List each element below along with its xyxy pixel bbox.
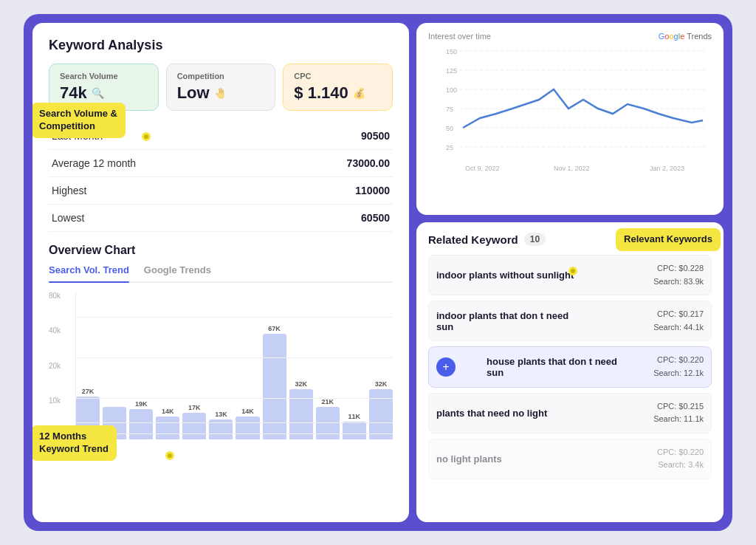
keyword-text: plants that need no light <box>436 408 547 419</box>
bar <box>343 422 366 439</box>
stat-value: 60500 <box>272 205 393 232</box>
keyword-stats: CPC: $0.217Search: 44.1k <box>653 308 704 334</box>
search-vol-value: 74k 🔍 <box>60 83 148 103</box>
keyword-text: house plants that don t need sun <box>487 356 627 378</box>
y-label-10k: 10k <box>49 397 61 405</box>
bar-label-top: 11K <box>348 413 361 420</box>
keyword-text: no light plants <box>436 453 502 465</box>
grid-line-80k <box>75 317 393 318</box>
keyword-item: plants that need no lightCPC: $0.215Sear… <box>428 393 712 433</box>
add-keyword-button[interactable]: + <box>436 357 456 377</box>
bar-group: 13K <box>209 411 233 439</box>
stat-label: Average 12 month <box>49 150 272 177</box>
metric-competition: Competition Low 🤚 <box>166 64 276 111</box>
trends-card: Interest over time Google Trends 150 125… <box>416 23 724 215</box>
y-label-80k: 80k <box>49 292 61 300</box>
keyword-stats: CPC: $0.228Search: 83.9k <box>653 262 704 288</box>
keyword-text: indoor plants that don t need sun <box>436 310 577 332</box>
related-title: Related Keyword <box>428 233 518 246</box>
competition-icon: 🤚 <box>214 87 227 99</box>
bar <box>156 417 179 439</box>
annotation-months-keyword: 12 MonthsKeyword Trend <box>32 425 117 461</box>
stats-table: Last Month90500Average 12 month73000.00H… <box>49 123 393 232</box>
y-label-20k: 20k <box>49 362 61 370</box>
bar-label-top: 13K <box>215 411 227 418</box>
stat-label: Lowest <box>49 205 272 232</box>
bar <box>129 409 153 439</box>
bar <box>263 334 286 439</box>
bars-container: 27K 19K 14K 17K 13K 14K 67K 32K 21K <box>75 292 393 439</box>
tab-search-vol-trend[interactable]: Search Vol. Trend <box>49 264 129 281</box>
bar-group: 14K <box>156 408 179 439</box>
keyword-item[interactable]: +house plants that don t need sunCPC: $0… <box>428 346 712 387</box>
svg-text:75: 75 <box>446 106 453 113</box>
dot-marker-2 <box>165 451 174 460</box>
stat-row: Lowest60500 <box>49 205 393 232</box>
svg-text:Jan 2, 2023: Jan 2, 2023 <box>650 165 684 172</box>
cpc-label: CPC <box>294 72 382 80</box>
stat-row: Highest110000 <box>49 177 393 205</box>
grid-line-10k <box>75 422 393 423</box>
keyword-item: no light plantsCPC: $0.220Search: 3.4k <box>428 439 712 479</box>
stat-value: 90500 <box>272 123 393 150</box>
chart-tabs: Search Vol. Trend Google Trends <box>49 264 393 283</box>
bar <box>182 413 206 439</box>
tab-google-trends[interactable]: Google Trends <box>144 264 211 281</box>
bar-group: 32K <box>369 380 393 439</box>
bar-label-top: 67K <box>268 325 281 332</box>
keyword-item: indoor plants that don t need sunCPC: $0… <box>428 301 712 341</box>
competition-value: Low 🤚 <box>177 83 265 103</box>
related-count: 10 <box>524 233 546 246</box>
right-panel: Relevant Keywords Interest over time Goo… <box>409 23 724 522</box>
trends-header-text: Interest over time <box>428 32 491 41</box>
svg-text:50: 50 <box>446 125 453 132</box>
bar-label-top: 27K <box>82 388 94 395</box>
bar-group: 11K <box>343 413 366 439</box>
svg-text:Nov 1, 2022: Nov 1, 2022 <box>554 165 590 172</box>
search-icon: 🔍 <box>92 87 104 99</box>
left-panel: Search Volume &Competition 12 MonthsKeyw… <box>32 23 409 522</box>
cpc-icon: 💰 <box>353 87 365 99</box>
bar-label-top: 17K <box>188 404 201 411</box>
keyword-stats: CPC: $0.220Search: 3.4k <box>657 446 704 472</box>
overview-chart-title: Overview Chart <box>49 244 393 257</box>
svg-text:150: 150 <box>446 48 457 55</box>
bar-label-top: 19K <box>135 400 148 408</box>
stat-label: Highest <box>49 177 272 205</box>
keyword-stats: CPC: $0.215Search: 11.1k <box>653 400 704 426</box>
stat-value: 110000 <box>272 177 393 205</box>
bar-group: 32K <box>289 380 313 439</box>
search-vol-label: Search Volume <box>60 72 148 80</box>
google-trends-logo: Google Trends <box>659 32 712 41</box>
keywords-list: indoor plants without sunlightCPC: $0.22… <box>428 255 712 479</box>
bar-label-top: 32K <box>375 380 388 388</box>
trends-chart-area: 150 125 100 75 50 25 Oct 9, 20 <box>428 45 712 178</box>
panel-title: Keyword Analysis <box>49 38 393 53</box>
y-label-40k: 40k <box>49 326 61 335</box>
grid-line-40k <box>75 357 393 358</box>
bar-label-top: 32K <box>295 380 307 388</box>
annotation-search-vol-comp: Search Volume &Competition <box>32 103 126 138</box>
trends-header: Interest over time Google Trends <box>428 32 712 41</box>
grid-line-5k <box>75 433 393 434</box>
bar-label-top: 14K <box>162 408 174 415</box>
dot-marker-1 <box>142 132 151 141</box>
metric-cpc: CPC $ 1.140 💰 <box>283 64 393 111</box>
keyword-text: indoor plants without sunlight <box>436 270 574 281</box>
stat-value: 73000.00 <box>272 150 393 177</box>
bar-group: 14K <box>236 408 259 439</box>
cpc-value: $ 1.140 💰 <box>294 83 382 103</box>
bar-label-top: 21K <box>321 398 334 405</box>
keyword-stats: CPC: $0.220Search: 12.1k <box>653 354 704 380</box>
svg-text:100: 100 <box>446 86 457 94</box>
annotation-relevant-keywords: Relevant Keywords <box>616 228 721 251</box>
outer-container: Search Volume &Competition 12 MonthsKeyw… <box>24 14 732 531</box>
competition-label: Competition <box>177 72 265 80</box>
svg-text:Oct 9, 2022: Oct 9, 2022 <box>465 165 500 172</box>
bar-label-top: 14K <box>241 408 254 415</box>
keyword-item: indoor plants without sunlightCPC: $0.22… <box>428 255 712 295</box>
svg-text:125: 125 <box>446 67 457 75</box>
grid-line-20k <box>75 398 393 399</box>
dot-marker-3 <box>568 267 577 275</box>
bar <box>289 389 313 439</box>
